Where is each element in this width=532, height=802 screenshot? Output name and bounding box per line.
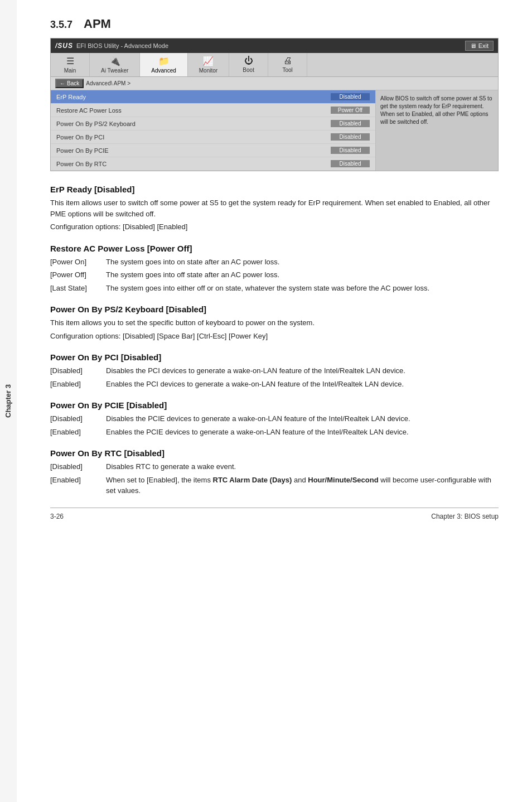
nav-ai-tweaker-label: Ai Tweaker	[101, 67, 128, 74]
erp-label: ErP Ready	[56, 94, 86, 100]
tweaker-icon: 🔌	[109, 56, 120, 66]
nav-tool[interactable]: 🖨 Tool	[268, 53, 307, 76]
bios-row-erp[interactable]: ErP Ready Disabled	[51, 90, 375, 104]
nav-advanced-label: Advanced	[151, 67, 176, 74]
rtc-disabled-key: [Disabled]	[50, 461, 106, 472]
nav-monitor-label: Monitor	[199, 67, 217, 74]
pci-enabled-key: [Enabled]	[50, 379, 106, 390]
asus-logo: /SUS	[55, 42, 73, 50]
rtc-enabled-desc: When set to [Enabled], the items RTC Ala…	[106, 475, 499, 496]
pci-disabled-row: [Disabled] Disables the PCI devices to g…	[50, 365, 499, 376]
breadcrumb: ← Back Advanced\ APM >	[51, 77, 498, 90]
restore-ac-value: Power Off	[331, 107, 370, 114]
pcie-enabled-key: [Enabled]	[50, 427, 106, 438]
section-number: 3.5.7	[50, 19, 72, 31]
erp-heading: ErP Ready [Disabled]	[50, 185, 499, 194]
tool-icon: 🖨	[283, 56, 292, 66]
nav-advanced[interactable]: 📁 Advanced	[140, 53, 187, 76]
ps2-value: Disabled	[331, 120, 370, 127]
section-pci: Power On By PCI [Disabled] [Disabled] Di…	[50, 352, 499, 389]
bios-content-area: ErP Ready Disabled Restore AC Power Loss…	[51, 90, 498, 171]
pcie-value: Disabled	[331, 147, 370, 154]
pcie-enabled-desc: Enables the PCIE devices to generate a w…	[106, 427, 499, 438]
pci-heading: Power On By PCI [Disabled]	[50, 352, 499, 362]
nav-tool-label: Tool	[282, 67, 292, 73]
nav-ai-tweaker[interactable]: 🔌 Ai Tweaker	[90, 53, 140, 76]
bios-row-restore-ac[interactable]: Restore AC Power Loss Power Off	[51, 104, 375, 117]
rtc-enabled-key: [Enabled]	[50, 475, 106, 496]
page-footer: 3-26 Chapter 3: BIOS setup	[50, 508, 499, 520]
nav-boot[interactable]: ⏻ Boot	[229, 53, 268, 76]
pci-value: Disabled	[331, 133, 370, 141]
pcie-disabled-row: [Disabled] Disables the PCIE devices to …	[50, 413, 499, 424]
monitor-icon: 🖥	[470, 42, 476, 49]
pci-options: [Disabled] Disables the PCI devices to g…	[50, 365, 499, 389]
rtc-disabled-desc: Disables RTC to generate a wake event.	[106, 461, 499, 472]
nav-monitor[interactable]: 📈 Monitor	[188, 53, 229, 76]
pcie-options: [Disabled] Disables the PCIE devices to …	[50, 413, 499, 437]
back-button[interactable]: ← Back	[55, 79, 84, 88]
restore-ac-label: Restore AC Power Loss	[56, 107, 122, 114]
monitor-nav-icon: 📈	[202, 56, 214, 66]
bios-row-pci[interactable]: Power On By PCI Disabled	[51, 131, 375, 144]
rtc-enabled-row: [Enabled] When set to [Enabled], the ite…	[50, 475, 499, 496]
bios-info-text: Allow BIOS to switch off some power at S…	[380, 95, 492, 125]
rtc-value: Disabled	[331, 160, 370, 167]
bios-header: /SUS EFI BIOS Utility - Advanced Mode 🖥 …	[51, 38, 498, 53]
rtc-options: [Disabled] Disables RTC to generate a wa…	[50, 461, 499, 496]
rtc-label: Power On By RTC	[56, 161, 107, 167]
section-erp-ready: ErP Ready [Disabled] This item allows us…	[50, 185, 499, 233]
exit-button[interactable]: 🖥 Exit	[465, 41, 494, 51]
pcie-heading: Power On By PCIE [Disabled]	[50, 400, 499, 410]
erp-value: Disabled	[331, 93, 370, 100]
bios-row-pcie[interactable]: Power On By PCIE Disabled	[51, 144, 375, 157]
ps2-heading: Power On By PS/2 Keyboard [Disabled]	[50, 305, 499, 314]
chapter-sidebar: Chapter 3	[0, 0, 17, 543]
bios-row-ps2[interactable]: Power On By PS/2 Keyboard Disabled	[51, 117, 375, 131]
power-off-key: [Power Off]	[50, 269, 106, 281]
option-power-off: [Power Off] The system goes into off sta…	[50, 269, 499, 281]
option-power-on: [Power On] The system goes into on state…	[50, 257, 499, 268]
pcie-label: Power On By PCIE	[56, 147, 109, 154]
boot-icon: ⏻	[244, 56, 253, 66]
power-on-desc: The system goes into on state after an A…	[106, 257, 499, 268]
pcie-enabled-row: [Enabled] Enables the PCIE devices to ge…	[50, 427, 499, 438]
ps2-para-1: This item allows you to set the specific…	[50, 317, 499, 328]
pci-label: Power On By PCI	[56, 134, 104, 141]
pci-disabled-desc: Disables the PCI devices to generate a w…	[106, 365, 499, 376]
bios-row-rtc[interactable]: Power On By RTC Disabled	[51, 157, 375, 171]
section-pcie: Power On By PCIE [Disabled] [Disabled] D…	[50, 400, 499, 437]
last-state-desc: The system goes into either off or on st…	[106, 283, 499, 294]
pci-enabled-row: [Enabled] Enables the PCI devices to gen…	[50, 379, 499, 390]
nav-boot-label: Boot	[243, 67, 254, 73]
erp-para-2: Configuration options: [Disabled] [Enabl…	[50, 221, 499, 233]
pci-disabled-key: [Disabled]	[50, 365, 106, 376]
bios-header-left: /SUS EFI BIOS Utility - Advanced Mode	[55, 42, 168, 50]
pci-enabled-desc: Enables the PCI devices to generate a wa…	[106, 379, 499, 390]
breadcrumb-path: Advanced\ APM >	[86, 80, 130, 86]
bios-title: EFI BIOS Utility - Advanced Mode	[76, 42, 168, 49]
section-rtc: Power On By RTC [Disabled] [Disabled] Di…	[50, 448, 499, 496]
restore-ac-options: [Power On] The system goes into on state…	[50, 257, 499, 294]
chapter-label: Chapter 3	[4, 384, 13, 418]
advanced-icon: 📁	[158, 56, 170, 66]
rtc-disabled-row: [Disabled] Disables RTC to generate a wa…	[50, 461, 499, 472]
back-arrow-icon: ←	[60, 80, 65, 86]
power-on-key: [Power On]	[50, 257, 106, 268]
exit-label: Exit	[478, 42, 489, 49]
power-off-desc: The system goes into off state after an …	[106, 269, 499, 281]
ps2-para-2: Configuration options: [Disabled] [Space…	[50, 331, 499, 342]
nav-main[interactable]: ☰ Main	[51, 53, 90, 76]
rtc-heading: Power On By RTC [Disabled]	[50, 448, 499, 458]
erp-para-1: This item allows user to switch off some…	[50, 197, 499, 219]
bios-interface: /SUS EFI BIOS Utility - Advanced Mode 🖥 …	[50, 38, 499, 171]
back-label: Back	[67, 80, 79, 86]
option-last-state: [Last State] The system goes into either…	[50, 283, 499, 294]
chapter-ref: Chapter 3: BIOS setup	[431, 513, 499, 520]
section-restore-ac: Restore AC Power Loss [Power Off] [Power…	[50, 244, 499, 294]
section-name: APM	[84, 17, 111, 31]
main-icon: ☰	[66, 56, 74, 66]
ps2-label: Power On By PS/2 Keyboard	[56, 120, 136, 127]
section-ps2: Power On By PS/2 Keyboard [Disabled] Thi…	[50, 305, 499, 341]
bios-options-list: ErP Ready Disabled Restore AC Power Loss…	[51, 90, 375, 171]
